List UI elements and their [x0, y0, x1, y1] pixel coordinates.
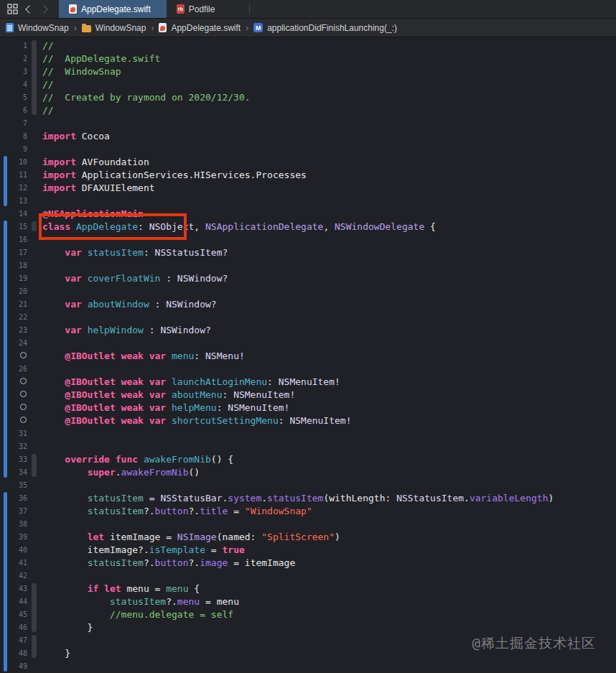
line-number[interactable]: 33 [0, 455, 29, 463]
code-text[interactable]: @IBOutlet weak var launchAtLoginMenu: NS… [29, 376, 616, 387]
line-number[interactable]: 18 [0, 261, 29, 269]
code-text[interactable]: var helpWindow : NSWindow? [29, 325, 616, 335]
line-number[interactable]: 36 [0, 494, 29, 502]
code-text[interactable]: @IBOutlet weak var shortcutSettingMenu: … [29, 415, 616, 426]
code-line-18[interactable]: 18 [0, 259, 616, 271]
line-number[interactable]: 4 [0, 80, 29, 88]
code-line-35[interactable]: 35 [0, 478, 616, 491]
line-number[interactable]: 3 [0, 68, 29, 75]
code-line-45[interactable]: 45 //menu.delegate = self [0, 608, 616, 621]
code-text[interactable]: @NSApplicationMain [29, 208, 616, 219]
code-line-11[interactable]: 11import ApplicationServices.HIServices.… [0, 168, 616, 181]
code-line-30[interactable]: @IBOutlet weak var shortcutSettingMenu: … [0, 414, 616, 427]
code-line-12[interactable]: 12import DFAXUIElement [0, 181, 616, 194]
code-line-13[interactable]: 13 [0, 194, 616, 207]
code-text[interactable]: var coverFloatWin : NSWindow? [29, 273, 616, 284]
line-number[interactable]: 17 [0, 249, 29, 256]
code-line-44[interactable]: 44 statusItem?.menu = menu [0, 595, 616, 608]
outlet-circle-icon[interactable] [20, 404, 27, 410]
code-text[interactable]: let itemImage = NSImage(named: "SplitScr… [29, 532, 616, 542]
code-text[interactable]: import DFAXUIElement [29, 182, 616, 193]
code-text[interactable]: // AppDelegate.swift [29, 53, 616, 64]
code-line-25[interactable]: @IBOutlet weak var menu: NSMenu! [0, 349, 616, 362]
code-text[interactable]: // WindowSnap [29, 66, 616, 77]
code-line-20[interactable]: 20 [0, 284, 616, 297]
line-number[interactable]: 9 [0, 145, 29, 153]
code-line-26[interactable]: 26 [0, 362, 616, 375]
code-text[interactable]: var statusItem: NSStatusItem? [29, 247, 616, 258]
code-text[interactable]: super.awakeFromNib() [29, 467, 616, 478]
line-number[interactable]: 43 [0, 585, 29, 593]
line-number[interactable]: 12 [0, 184, 29, 192]
line-number[interactable]: 2 [0, 55, 29, 62]
code-line-42[interactable]: 42 [0, 569, 616, 582]
line-number[interactable]: 11 [0, 171, 29, 179]
code-line-2[interactable]: 2// AppDelegate.swift [0, 52, 616, 65]
code-line-7[interactable]: 7 [0, 116, 616, 129]
code-line-16[interactable]: 16 [0, 233, 616, 246]
line-number[interactable]: 47 [0, 636, 29, 644]
code-text[interactable]: @IBOutlet weak var helpMenu: NSMenuItem! [29, 402, 616, 413]
code-line-40[interactable]: 40 itemImage?.isTemplate = true [0, 543, 616, 556]
code-text[interactable]: class AppDelegate: NSObject, NSApplicati… [29, 221, 616, 232]
code-text[interactable]: import Cocoa [29, 131, 616, 141]
line-number[interactable]: 45 [0, 611, 29, 618]
code-text[interactable]: import AVFoundation [29, 157, 616, 167]
outlet-circle-icon[interactable] [20, 417, 27, 423]
line-number[interactable]: 42 [0, 572, 29, 580]
code-line-9[interactable]: 9 [0, 142, 616, 155]
code-line-29[interactable]: @IBOutlet weak var helpMenu: NSMenuItem! [0, 401, 616, 414]
code-line-23[interactable]: 23 var helpWindow : NSWindow? [0, 323, 616, 336]
line-number[interactable]: 34 [0, 468, 29, 476]
line-number[interactable]: 19 [0, 274, 29, 282]
code-line-17[interactable]: 17 var statusItem: NSStatusItem? [0, 246, 616, 259]
line-number[interactable]: 16 [0, 236, 29, 243]
line-number[interactable]: 20 [0, 287, 29, 295]
editor-layout-grid-icon[interactable] [7, 4, 18, 14]
code-text[interactable]: statusItem?.button?.image = itemImage [29, 557, 616, 568]
tab-podfile[interactable]: Podfile [167, 0, 231, 18]
outlet-circle-icon[interactable] [20, 378, 27, 384]
code-line-6[interactable]: 6// [0, 103, 616, 116]
breadcrumb-item[interactable]: WindowSnap [82, 23, 146, 33]
code-text[interactable]: statusItem = NSStatusBar.system.statusIt… [29, 493, 616, 503]
line-number[interactable]: 15 [0, 223, 29, 231]
code-text[interactable]: @IBOutlet weak var aboutMenu: NSMenuItem… [29, 389, 616, 400]
line-number[interactable]: 48 [0, 649, 29, 657]
code-line-49[interactable]: 49 [0, 659, 616, 672]
code-line-3[interactable]: 3// WindowSnap [0, 65, 616, 78]
code-line-39[interactable]: 39 let itemImage = NSImage(named: "Split… [0, 530, 616, 543]
code-line-4[interactable]: 4// [0, 78, 616, 90]
code-line-22[interactable]: 22 [0, 310, 616, 323]
code-line-27[interactable]: @IBOutlet weak var launchAtLoginMenu: NS… [0, 375, 616, 388]
code-line-15[interactable]: 15class AppDelegate: NSObject, NSApplica… [0, 220, 616, 233]
code-line-1[interactable]: 1// [0, 39, 616, 52]
breadcrumb-item[interactable]: MapplicationDidFinishLaunching(_:) [253, 23, 397, 33]
line-number[interactable]: 35 [0, 481, 29, 489]
line-number[interactable]: 26 [0, 365, 29, 373]
code-line-8[interactable]: 8import Cocoa [0, 129, 616, 142]
code-text[interactable]: @IBOutlet weak var menu: NSMenu! [29, 351, 616, 361]
breadcrumb-item[interactable]: AppDelegate.swift [159, 23, 241, 33]
code-text[interactable]: // Created by raymond on 2020/12/30. [29, 92, 616, 103]
line-number[interactable]: 5 [0, 93, 29, 101]
line-number[interactable]: 22 [0, 313, 29, 321]
line-number[interactable]: 39 [0, 533, 29, 541]
outlet-circle-icon[interactable] [20, 391, 27, 397]
tab-appdelegate-swift[interactable]: AppDelegate.swift [59, 0, 167, 18]
code-line-38[interactable]: 38 [0, 517, 616, 530]
code-text[interactable]: // [29, 79, 616, 90]
code-text[interactable]: //menu.delegate = self [29, 609, 616, 620]
code-text[interactable]: if let menu = menu { [29, 583, 616, 594]
line-number[interactable]: 7 [0, 119, 29, 127]
code-text[interactable]: // [29, 40, 616, 51]
line-number[interactable]: 49 [0, 662, 29, 670]
code-text[interactable]: // [29, 105, 616, 116]
code-line-24[interactable]: 24 [0, 336, 616, 349]
code-text[interactable]: var aboutWindow : NSWindow? [29, 299, 616, 310]
line-number[interactable]: 23 [0, 326, 29, 334]
code-line-19[interactable]: 19 var coverFloatWin : NSWindow? [0, 271, 616, 284]
outlet-connector[interactable] [0, 378, 29, 386]
line-number[interactable]: 46 [0, 623, 29, 631]
code-line-10[interactable]: 10import AVFoundation [0, 155, 616, 168]
